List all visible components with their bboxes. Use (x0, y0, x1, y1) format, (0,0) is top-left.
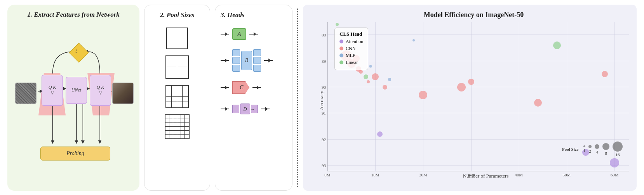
scatter-dot-6 (364, 74, 368, 79)
x-tick-0: 0M (324, 171, 330, 177)
qkv-right: Q K V (90, 75, 111, 106)
pool-size-label-4: 16 (616, 152, 620, 157)
legend-dot-0 (339, 40, 343, 43)
legend-item-0: Attention (339, 39, 363, 45)
head-c-label: C (240, 85, 243, 91)
scatter-dot-16 (468, 79, 474, 85)
grid-line-v-40 (519, 22, 519, 171)
x-tick-30: 30M (467, 171, 475, 177)
head-a-label: A (238, 31, 241, 37)
unet-box: UNet (66, 77, 87, 104)
scatter-dot-12 (388, 78, 391, 81)
grid-line-h-90 (327, 87, 629, 87)
network-diagram: t Q K V UNet Q K V (15, 26, 132, 166)
pool-size-item-4: 16 (613, 142, 623, 157)
x-tick-10: 10M (371, 171, 379, 177)
chart-area: Accuracy 8889909192930M10M20M30M40M50M60… (319, 22, 629, 179)
y-tick-90: 90 (322, 85, 327, 90)
scatter-dot-0 (336, 23, 339, 26)
legend-item-2: MLP (339, 53, 363, 59)
y-tick-88: 88 (322, 33, 327, 37)
pool-grid-4x4 (165, 85, 189, 108)
qkv-left-label: Q K (49, 85, 56, 90)
chart-legend: CLS HeadAttentionCNNMLPLinear (334, 28, 368, 70)
head-d-arrow-in (221, 109, 229, 109)
y-tick-89: 89 (322, 59, 327, 64)
pool-size-dot-1 (588, 145, 592, 148)
scatter-dot-8 (369, 65, 372, 68)
x-tick-20: 20M (419, 171, 427, 177)
grid-line-h-91 (327, 113, 629, 113)
y-tick-92: 92 (322, 137, 327, 142)
y-tick-93: 93 (322, 163, 327, 168)
scatter-dot-17 (534, 99, 542, 107)
section-separator (297, 9, 298, 187)
scatter-dot-11 (383, 85, 387, 90)
legend-dot-1 (339, 47, 343, 50)
pool-size-item-1: 2 (588, 145, 592, 154)
head-c-row: C (221, 81, 287, 94)
head-b-box-2 (232, 57, 240, 64)
pool-size-item-2: 4 (595, 144, 599, 154)
head-d-center: D → (240, 104, 250, 114)
head-b-arrow-in (221, 60, 229, 61)
head-b-box-6 (253, 65, 261, 72)
unet-label: UNet (71, 87, 81, 93)
legend-label-1: CNN (346, 46, 355, 52)
chart-x-label: Number of Parameters (343, 173, 629, 179)
head-d-wrapper: D → (232, 104, 258, 114)
chart-inner: 8889909192930M10M20M30M40M50M60MCLS Head… (327, 22, 629, 171)
scatter-dot-18 (553, 41, 561, 49)
grid-line-v-10 (375, 22, 376, 171)
legend-title: CLS Head (339, 31, 363, 37)
head-b-box-4 (253, 49, 261, 56)
pool-size-label-0: 1 (583, 148, 586, 153)
scatter-dot-15 (457, 83, 466, 91)
pool-grid-2x2 (165, 55, 189, 79)
main-container: 1. Extract Features from Network (7, 5, 637, 191)
pool-legend-title: Pool Size (562, 147, 578, 152)
pool-size-dot-0 (583, 145, 585, 147)
head-d-arrow-out (261, 109, 270, 109)
probing-box: Probing (40, 147, 110, 160)
pool-grid-1x1 (166, 28, 188, 49)
head-b-col-left (232, 49, 240, 72)
panel-pools: 2. Pool Sizes (144, 5, 210, 191)
legend-label-0: Attention (346, 39, 363, 45)
grid-line-v-30 (471, 22, 472, 171)
head-d-inner-arrow: → (251, 107, 254, 111)
head-a-arrow-out (249, 34, 258, 35)
head-c-arrow-out (252, 87, 261, 88)
legend-label-3: Linear (346, 60, 358, 66)
pool-size-legend: Pool Size124816 (562, 142, 623, 157)
head-d-box-top (232, 105, 239, 113)
head-a-arrow-in (221, 34, 229, 35)
scatter-dot-10 (377, 131, 383, 137)
pool-size-item-3: 8 (602, 143, 609, 155)
y-tick-91: 91 (322, 111, 327, 116)
legend-label-2: MLP (346, 53, 355, 59)
head-c-shape: C (232, 81, 249, 94)
scatter-dot-7 (367, 80, 370, 83)
head-c-arrow-in (221, 87, 229, 88)
panel-features: 1. Extract Features from Network (7, 5, 139, 191)
qkv-left-v: V (51, 90, 54, 96)
legend-item-1: CNN (339, 46, 363, 52)
x-tick-40: 40M (515, 171, 523, 177)
head-b-box-5 (253, 57, 261, 64)
pool-size-dot-3 (602, 143, 609, 150)
head-a-row: A (221, 28, 287, 40)
head-b-box-3 (232, 65, 240, 72)
head-b-letter: B (245, 57, 249, 64)
chart-title: Model Efficiency on ImageNet-50 (319, 11, 629, 19)
qkv-left: Q K V (42, 75, 63, 106)
scatter-dot-21 (610, 158, 619, 167)
x-tick-60: 60M (611, 171, 619, 177)
x-tick-50: 50M (562, 171, 571, 177)
qkv-right-v: V (99, 90, 102, 96)
pool-size-dot-4 (613, 142, 623, 152)
grid-line-h-88 (327, 35, 629, 35)
legend-item-3: Linear (339, 60, 363, 66)
pool-size-label-1: 2 (589, 149, 591, 154)
head-b-row: B (221, 49, 287, 72)
